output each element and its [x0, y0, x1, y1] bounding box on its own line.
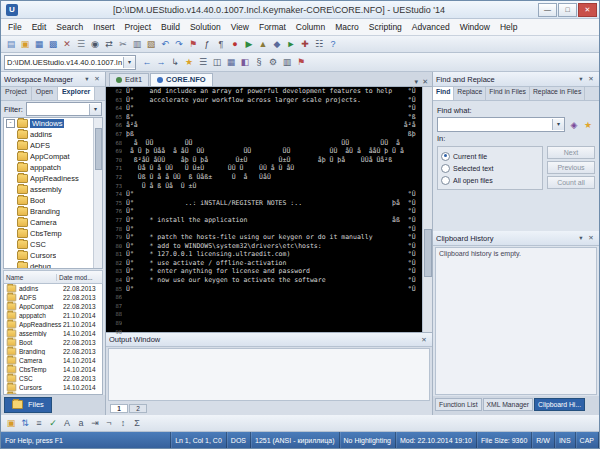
tree-item-csc[interactable]: CSC — [4, 239, 102, 250]
tree-item-cursors[interactable]: Cursors — [4, 250, 102, 261]
find-advanced-icon[interactable]: ◈ — [567, 118, 581, 132]
column-date-modified[interactable]: Date mod... — [57, 274, 102, 281]
macro-play-icon[interactable]: ▶ — [242, 37, 256, 51]
editor-tab-core-nfo[interactable]: CORE.NFO — [150, 73, 213, 86]
file-row[interactable]: Camera14.10.2014 — [4, 356, 102, 365]
sum-icon[interactable]: Σ — [130, 416, 144, 430]
find-tab-replace-in-files[interactable]: Replace in Files — [530, 87, 585, 100]
bookmark-icon[interactable]: ⚑ — [186, 37, 200, 51]
dock-tab-clipboard-hi[interactable]: Clipboard Hi... — [534, 398, 585, 411]
scrollbar-thumb[interactable] — [424, 229, 432, 277]
workspace-tab-explorer[interactable]: Explorer — [58, 87, 95, 100]
tree-item-addins[interactable]: addins — [4, 129, 102, 140]
open-recent-icon[interactable]: ▣ — [4, 416, 18, 430]
find-tab-find[interactable]: Find — [433, 87, 454, 100]
ftp-icon[interactable]: ⇅ — [18, 416, 32, 430]
tree-item-appcompat[interactable]: AppCompat — [4, 151, 102, 162]
column-name[interactable]: Name — [4, 274, 57, 281]
menu-file[interactable]: File — [3, 21, 27, 33]
close-icon[interactable]: ✕ — [586, 75, 596, 83]
replace-icon[interactable]: ⇄ — [102, 37, 116, 51]
compare-icon[interactable]: ≡ — [32, 416, 46, 430]
close-icon[interactable]: ✕ — [92, 75, 102, 83]
column-mode-icon[interactable]: ▥ — [280, 55, 294, 69]
word-wrap-icon[interactable]: ¶ — [214, 37, 228, 51]
find-what-input[interactable]: ▾ — [437, 117, 565, 132]
menu-window[interactable]: Window — [455, 21, 495, 33]
text-editor[interactable]: 6263646566676869707172737475767778798081… — [106, 87, 432, 332]
count-all-button[interactable]: Count all — [547, 176, 595, 189]
macro-record-icon[interactable]: ● — [228, 37, 242, 51]
editor-scrollbar[interactable] — [422, 87, 432, 332]
tree-item-boot[interactable]: Boot — [4, 195, 102, 206]
cut-icon[interactable]: ✂ — [116, 37, 130, 51]
themes-icon[interactable]: ◧ — [238, 55, 252, 69]
menu-scripting[interactable]: Scripting — [364, 21, 407, 33]
bookmark-list-icon[interactable]: ⚑ — [294, 55, 308, 69]
file-row[interactable]: AppReadiness21.10.2014 — [4, 320, 102, 329]
tree-item-windows[interactable]: -Windows — [4, 118, 102, 129]
chevron-down-icon[interactable]: ▾ — [123, 57, 135, 68]
menu-edit[interactable]: Edit — [27, 21, 52, 33]
file-row[interactable]: ADFS22.08.2013 — [4, 293, 102, 302]
menu-column[interactable]: Column — [291, 21, 330, 33]
menu-search[interactable]: Search — [51, 21, 88, 33]
tree-scrollbar[interactable] — [93, 118, 102, 268]
filter-input[interactable]: ▾ — [26, 102, 102, 116]
chevron-down-icon[interactable]: ▾ — [576, 234, 586, 242]
output-tab-2[interactable]: 2 — [129, 404, 147, 413]
close-icon[interactable]: ✕ — [586, 234, 596, 242]
tag-list-icon[interactable]: ☷ — [312, 37, 326, 51]
chevron-down-icon[interactable]: ▾ — [576, 75, 586, 83]
file-row[interactable]: CbsTemp14.10.2014 — [4, 365, 102, 374]
minimize-button[interactable]: — — [538, 3, 557, 17]
find-icon[interactable]: ◉ — [88, 37, 102, 51]
menu-project[interactable]: Project — [120, 21, 156, 33]
file-path-combo[interactable]: D:\IDM.UEStudio.v14.40.0.1007.In ▾ — [4, 55, 136, 70]
new-file-icon[interactable]: ▤ — [4, 37, 18, 51]
trim-spaces-icon[interactable]: ¬ — [102, 416, 116, 430]
chevron-down-icon[interactable]: ▾ — [552, 119, 564, 130]
menu-help[interactable]: Help — [495, 21, 522, 33]
find-favorites-icon[interactable]: ★ — [581, 118, 595, 132]
chevron-down-icon[interactable]: ▾ — [89, 104, 101, 115]
tools-icon[interactable]: ⚙ — [266, 55, 280, 69]
save-icon[interactable]: ▦ — [32, 37, 46, 51]
copy-icon[interactable]: ▥ — [130, 37, 144, 51]
tree-item-cbstemp[interactable]: CbsTemp — [4, 228, 102, 239]
tree-item-debug[interactable]: debug — [4, 261, 102, 269]
tabs-to-spaces-icon[interactable]: ⇥ — [88, 416, 102, 430]
menu-insert[interactable]: Insert — [88, 21, 119, 33]
paste-icon[interactable]: ▧ — [144, 37, 158, 51]
lowercase-icon[interactable]: a — [74, 416, 88, 430]
find-tab-find-in-files[interactable]: Find in Files — [486, 87, 530, 100]
workspace-tab-project[interactable]: Project — [1, 87, 32, 100]
menu-format[interactable]: Format — [254, 21, 291, 33]
compile-icon[interactable]: ▲ — [256, 37, 270, 51]
collapse-icon[interactable]: - — [6, 119, 15, 128]
close-file-icon[interactable]: ✕ — [60, 37, 74, 51]
tree-item-branding[interactable]: Branding — [4, 206, 102, 217]
debug-icon[interactable]: ✚ — [298, 37, 312, 51]
back-icon[interactable]: ← — [140, 55, 154, 69]
find-tab-replace[interactable]: Replace — [454, 87, 486, 100]
file-row[interactable]: apppatch21.10.2014 — [4, 311, 102, 320]
find-scope-current-file[interactable]: Current file — [441, 150, 539, 162]
undo-icon[interactable]: ↶ — [158, 37, 172, 51]
workspace-tab-open[interactable]: Open — [32, 87, 58, 100]
favorites-icon[interactable]: ★ — [182, 55, 196, 69]
find-scope-all-open-files[interactable]: All open files — [441, 174, 539, 186]
menu-solution[interactable]: Solution — [185, 21, 226, 33]
tree-item-appreadiness[interactable]: AppReadiness — [4, 173, 102, 184]
tree-item-adfs[interactable]: ADFS — [4, 140, 102, 151]
menu-macro[interactable]: Macro — [330, 21, 364, 33]
previous-button[interactable]: Previous — [547, 161, 595, 174]
editor-content[interactable]: Û° and includes an array of powerful dev… — [124, 87, 432, 332]
close-icon[interactable]: ✕ — [419, 336, 429, 344]
run-icon[interactable]: ► — [284, 37, 298, 51]
print-icon[interactable]: ☰ — [74, 37, 88, 51]
chevron-down-icon[interactable]: ▾ — [82, 75, 92, 83]
tree-item-camera[interactable]: Camera — [4, 217, 102, 228]
function-list-icon[interactable]: ƒ — [200, 37, 214, 51]
uppercase-icon[interactable]: A — [60, 416, 74, 430]
